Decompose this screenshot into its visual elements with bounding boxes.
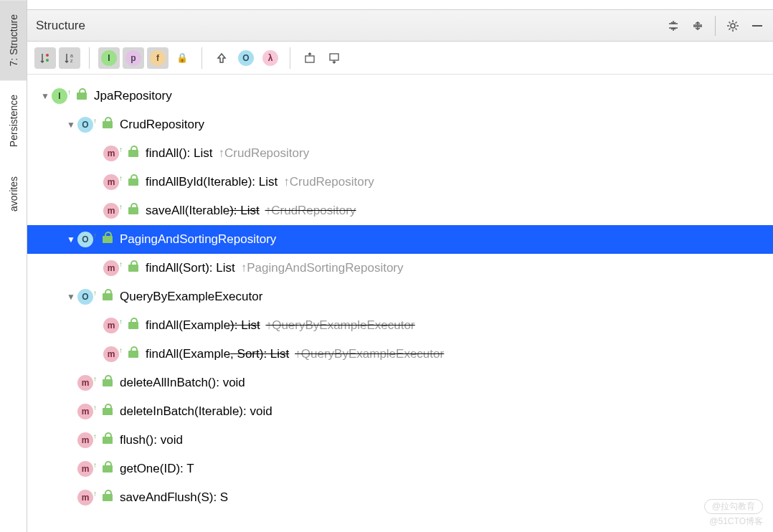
- package-lock-icon: [103, 408, 113, 415]
- override-source: ↑PagingAndSortingRepository: [241, 261, 404, 275]
- node-text: CrudRepository: [120, 118, 204, 132]
- settings-icon[interactable]: [726, 19, 740, 33]
- m-badge-icon: m: [77, 404, 93, 419]
- svg-point-0: [731, 24, 735, 28]
- node-icons: m↑: [103, 318, 138, 333]
- panel-header: Structure: [27, 10, 773, 42]
- tree-row[interactable]: ▼ m↑ findAll(Example, Sort): List ↑Query…: [27, 340, 773, 369]
- lock-icon: 🔒: [176, 52, 188, 63]
- node-icons: m↑: [77, 432, 113, 448]
- tab-label: avorites: [8, 176, 19, 212]
- tree-row[interactable]: ▼ m↑ findAll(): List ↑CrudRepository: [27, 139, 773, 168]
- up-arrow-icon: ↑: [93, 117, 97, 125]
- node-icons: m↑: [77, 490, 113, 505]
- tree-row[interactable]: ▼ O↑ PagingAndSortingRepository: [27, 225, 773, 254]
- node-text: deleteAllInBatch(): void: [120, 376, 245, 390]
- node-text: getOne(ID): T: [120, 462, 194, 476]
- divider: [89, 47, 90, 69]
- node-icons: O↑: [77, 117, 113, 133]
- up-arrow-icon: ↑: [93, 432, 97, 440]
- tab-label: 7: Structure: [8, 14, 19, 66]
- package-lock-icon: [128, 265, 138, 272]
- svg-rect-6: [305, 56, 314, 62]
- tree-row[interactable]: ▼ m↑ findAll(Example): List ↑QueryByExam…: [27, 311, 773, 340]
- package-lock-icon: [103, 437, 113, 444]
- package-lock-icon: [103, 293, 113, 300]
- node-icons: m↑: [103, 174, 138, 190]
- expand-arrow-icon[interactable]: ▼: [65, 120, 77, 130]
- up-arrow-icon: ↑: [93, 232, 97, 239]
- left-tool-tabs: 7: Structure Persistence avorites: [0, 0, 27, 532]
- tree-row[interactable]: ▼ m↑ saveAll(Iterable): List ↑CrudReposi…: [27, 196, 773, 225]
- up-arrow-icon: ↑: [119, 318, 123, 326]
- override-source: ↑CrudRepository: [283, 175, 374, 189]
- header-actions: [666, 16, 764, 36]
- m-badge-icon: m: [103, 203, 119, 219]
- divider: [715, 16, 716, 36]
- tree-row[interactable]: ▼ m↑ findAllById(Iterable): List ↑CrudRe…: [27, 168, 773, 196]
- autoscroll-to-source-button[interactable]: [299, 47, 321, 69]
- up-arrow-icon: ↑: [119, 146, 123, 153]
- node-text: findAll(Sort): List: [146, 261, 235, 275]
- collapse-all-icon[interactable]: [666, 19, 680, 33]
- show-non-public-button[interactable]: 🔒: [171, 47, 193, 69]
- structure-tree[interactable]: ▼ I↑ JpaRepository ▼ O↑ CrudRepository ▼…: [27, 75, 773, 532]
- up-arrow-icon: ↑: [93, 404, 97, 412]
- node-text: flush(): void: [120, 433, 183, 447]
- tree-row[interactable]: ▼ m↑ flush(): void: [27, 426, 773, 455]
- tab-favorites[interactable]: avorites: [0, 162, 27, 226]
- panel-title: Structure: [36, 19, 666, 33]
- sort-visibility-button[interactable]: [34, 47, 56, 69]
- tab-persistence[interactable]: Persistence: [0, 80, 27, 161]
- node-text: findAll(Example, Sort): List: [146, 347, 289, 361]
- expand-arrow-icon[interactable]: ▼: [65, 234, 77, 244]
- tree-row[interactable]: ▼ m↑ getOne(ID): T: [27, 455, 773, 483]
- node-text: deleteInBatch(Iterable): void: [120, 404, 272, 419]
- tree-row[interactable]: ▼ O↑ QueryByExampleExecutor: [27, 282, 773, 311]
- show-interfaces-button[interactable]: I: [98, 47, 120, 69]
- divider: [201, 47, 202, 69]
- svg-rect-7: [330, 54, 338, 60]
- up-arrow-icon: ↑: [93, 461, 97, 469]
- expand-arrow-icon[interactable]: ▼: [65, 292, 77, 302]
- show-fields-button[interactable]: f: [147, 47, 169, 69]
- tree-row[interactable]: ▼ m↑ findAll(Sort): List ↑PagingAndSorti…: [27, 254, 773, 282]
- svg-rect-1: [752, 25, 762, 27]
- override-source: ↑QueryByExampleExecutor: [295, 347, 444, 361]
- m-badge-icon: m: [103, 174, 119, 190]
- i-badge-icon: I: [52, 88, 67, 104]
- minimize-icon[interactable]: [750, 19, 764, 33]
- svg-text:z: z: [70, 58, 73, 63]
- package-lock-icon: [103, 379, 113, 386]
- autoscroll-from-source-button[interactable]: [323, 47, 345, 69]
- node-text: findAll(Example): List: [146, 318, 260, 333]
- expand-arrow-icon[interactable]: ▼: [39, 91, 52, 101]
- show-inherited-button[interactable]: [211, 47, 232, 69]
- node-text: saveAll(Iterable): List: [146, 204, 260, 218]
- divider: [290, 47, 290, 69]
- tree-row[interactable]: ▼ m↑ deleteAllInBatch(): void: [27, 369, 773, 397]
- override-source: ↑QueryByExampleExecutor: [266, 318, 415, 332]
- show-properties-button[interactable]: p: [123, 47, 144, 69]
- package-lock-icon: [103, 236, 113, 243]
- tree-row[interactable]: ▼ m↑ deleteInBatch(Iterable): void: [27, 397, 773, 426]
- package-lock-icon: [128, 322, 138, 329]
- show-anonymous-button[interactable]: O: [235, 47, 257, 69]
- node-icons: m↑: [77, 461, 113, 477]
- override-source: ↑CrudRepository: [219, 146, 310, 161]
- sort-alpha-button[interactable]: az: [59, 47, 80, 69]
- package-lock-icon: [103, 121, 113, 128]
- svg-point-2: [46, 54, 49, 57]
- node-icons: m↑: [77, 404, 113, 419]
- m-badge-icon: m: [77, 432, 93, 448]
- tree-row[interactable]: ▼ O↑ CrudRepository: [27, 110, 773, 139]
- tab-structure[interactable]: 7: Structure: [0, 0, 27, 80]
- expand-all-icon[interactable]: [691, 19, 705, 33]
- anonymous-badge: O: [238, 50, 254, 66]
- show-lambda-button[interactable]: λ: [260, 47, 281, 69]
- tree-row[interactable]: ▼ m↑ saveAndFlush(S): S: [27, 483, 773, 512]
- node-icons: I↑: [52, 88, 87, 104]
- node-icons: m↑: [103, 260, 138, 276]
- tree-row[interactable]: ▼ I↑ JpaRepository: [27, 82, 773, 110]
- package-lock-icon: [128, 179, 138, 186]
